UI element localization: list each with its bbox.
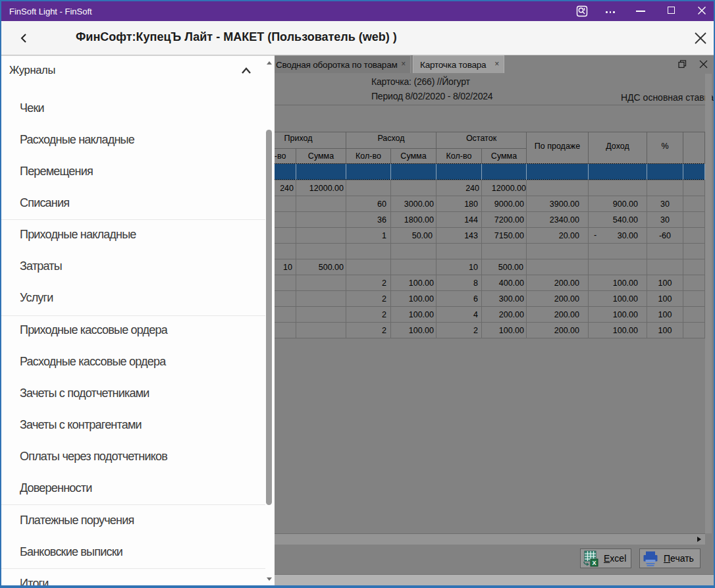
svg-text:X: X bbox=[592, 560, 596, 566]
